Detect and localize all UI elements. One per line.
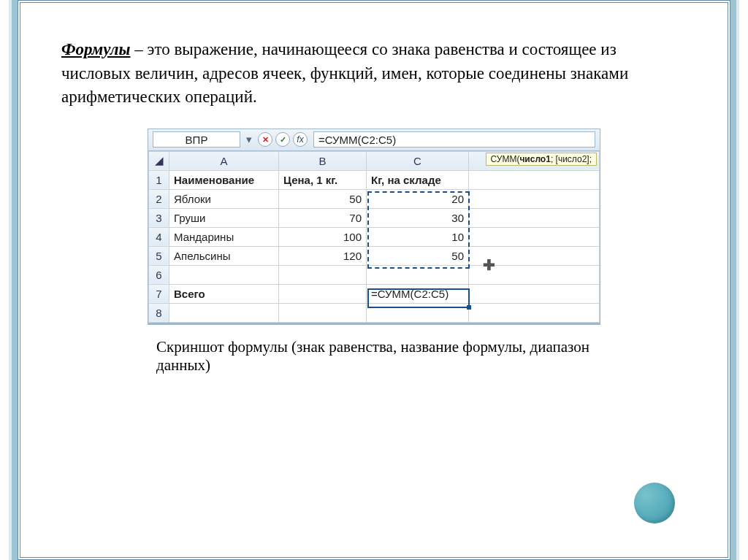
fx-icon[interactable]: fx	[293, 132, 308, 147]
name-box[interactable]: ВПР	[153, 131, 240, 147]
table-row: 2 Яблоки 50 20	[149, 189, 600, 208]
row-header[interactable]: 1	[149, 170, 169, 189]
definition-term: Формулы	[61, 40, 131, 58]
excel-screenshot: ВПР ▾ ✕ ✓ fx =СУММ(C2:C5) СУММ(число1; […	[148, 129, 600, 325]
fill-handle[interactable]	[467, 305, 471, 310]
cell[interactable]: 10	[367, 227, 469, 246]
function-tooltip: СУММ(число1; [число2];	[486, 153, 598, 166]
formula-input[interactable]: =СУММ(C2:C5)	[313, 131, 595, 147]
cursor-plus-icon: ✚	[483, 256, 495, 274]
table-row: 3 Груши 70 30	[149, 208, 600, 227]
cell[interactable]: 50	[367, 246, 469, 265]
table-heading[interactable]: Цена, 1 кг.	[279, 170, 367, 189]
table-heading[interactable]: Кг, на складе	[367, 170, 469, 189]
slide-body: Формулы – это выражение, начинающееся со…	[18, 0, 730, 560]
cell[interactable]: 120	[279, 246, 367, 265]
table-row: 5 Апельсины 120 50	[149, 246, 600, 265]
col-header-C[interactable]: C	[367, 151, 469, 170]
col-header-B[interactable]: B	[279, 151, 367, 170]
total-label-cell[interactable]: Всего	[169, 284, 279, 303]
cell[interactable]: Яблоки	[169, 189, 279, 208]
cell[interactable]: 20	[367, 189, 469, 208]
table-heading[interactable]: Наименование	[169, 170, 279, 189]
cell[interactable]: Груши	[169, 208, 279, 227]
cell[interactable]: 70	[279, 208, 367, 227]
accent-circle-icon	[634, 483, 675, 523]
spreadsheet-grid[interactable]: ◢ A B C 1 Наименование Цена, 1 кг. Кг, н…	[148, 151, 600, 323]
cell[interactable]: 50	[279, 189, 367, 208]
cell[interactable]: Мандарины	[169, 227, 279, 246]
slide-left-border	[0, 0, 18, 560]
definition-paragraph: Формулы – это выражение, начинающееся со…	[61, 38, 687, 110]
table-row: 4 Мандарины 100 10	[149, 227, 600, 246]
active-formula-cell[interactable]: =СУММ(C2:C5)	[367, 284, 469, 303]
definition-text: – это выражение, начинающееся со знака р…	[61, 40, 628, 106]
cancel-icon[interactable]: ✕	[258, 132, 272, 147]
cell[interactable]: Апельсины	[169, 246, 279, 265]
screenshot-caption: Скриншот формулы (знак равенства, назван…	[156, 338, 646, 375]
col-header-A[interactable]: A	[169, 151, 279, 170]
formula-bar: ВПР ▾ ✕ ✓ fx =СУММ(C2:C5)	[148, 129, 600, 151]
cell[interactable]: 30	[367, 208, 469, 227]
cell[interactable]: 100	[279, 227, 367, 246]
select-all-corner[interactable]: ◢	[149, 151, 169, 170]
name-box-dropdown-icon[interactable]: ▾	[246, 133, 252, 146]
slide-right-border	[730, 0, 748, 560]
accept-icon[interactable]: ✓	[275, 132, 290, 147]
